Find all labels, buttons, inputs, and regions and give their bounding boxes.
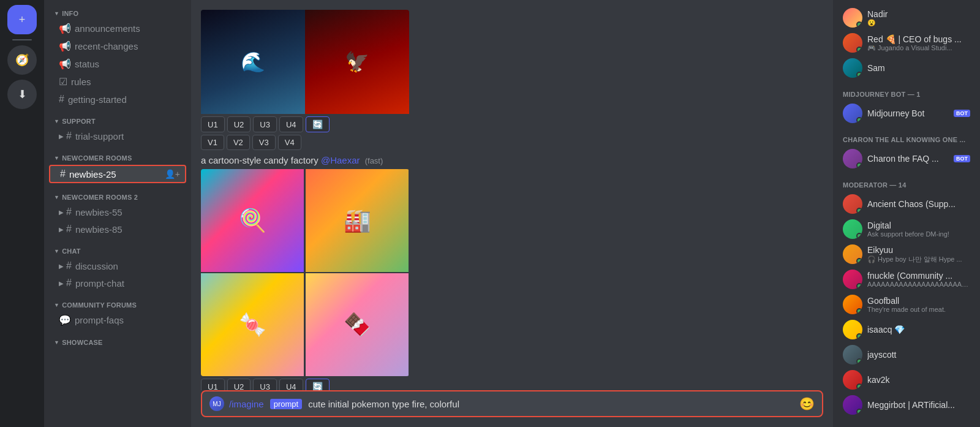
messages-area[interactable]: 🌊 🦅 U1 U2 U3 U4 🔄 V1 V2 V3 V4 a cartoon-… [191, 0, 833, 390]
top-v3-button[interactable]: V3 [252, 135, 276, 150]
top-v-buttons: V1 V2 V3 V4 [201, 135, 823, 150]
bottom-u3-button[interactable]: U3 [253, 379, 277, 390]
top-image-wrapper: 🌊 🦅 [201, 10, 409, 114]
top-v2-button[interactable]: V2 [227, 135, 250, 150]
emoji-button[interactable]: 😊 [799, 396, 815, 411]
top-u1-button[interactable]: U1 [201, 116, 225, 132]
top-u3-button[interactable]: U3 [253, 116, 277, 132]
chevron-icon: ▼ [54, 302, 59, 308]
member-meggirbot[interactable]: Meggirbot | ARTificial... [838, 393, 975, 417]
member-isaacq[interactable]: isaacq 💎 [838, 317, 975, 342]
top-v1-button[interactable]: V1 [201, 135, 224, 150]
online-indicator [856, 409, 862, 415]
section-showcase[interactable]: ▼ SHOWCASE [44, 329, 191, 349]
server-icon-explore[interactable]: 🧭 [7, 45, 37, 75]
section-newcomer-rooms-2[interactable]: ▼ NEWCOMER ROOMS 2 [44, 184, 191, 203]
channel-announcements[interactable]: 📢 announcements [49, 20, 186, 37]
member-name: kav2k [867, 375, 970, 385]
member-midjourney-bot[interactable]: Midjourney Bot BOT [838, 101, 975, 126]
channel-newbies-25[interactable]: # newbies-25 👤+ [49, 165, 186, 183]
main-content: 🌊 🦅 U1 U2 U3 U4 🔄 V1 V2 V3 V4 a cartoon-… [191, 0, 833, 427]
top-u2-button[interactable]: U2 [227, 116, 251, 132]
add-user-icon[interactable]: 👤+ [165, 169, 180, 179]
candy-image-1: 🍭 [201, 169, 304, 272]
member-status: They're made out of meat. [867, 306, 970, 313]
member-status: AAAAAAAAAAAAAAAAAAAAAAA... [867, 281, 970, 288]
member-name: Charon the FAQ ... [867, 154, 949, 164]
bot-badge: BOT [954, 110, 970, 117]
online-indicator [856, 258, 862, 264]
member-info-charon: Charon the FAQ ... [867, 154, 949, 164]
server-icon-download[interactable]: ⬇ [7, 80, 37, 109]
avatar-mj [843, 104, 862, 123]
member-red[interactable]: Red 🍕 | CEO of bugs ... 🎮 Jugando a Visu… [838, 31, 975, 55]
channel-getting-started[interactable]: # getting-started [49, 91, 186, 107]
hash-icon: # [66, 206, 72, 217]
online-indicator [856, 233, 862, 239]
member-name: jayscott [867, 350, 970, 360]
channel-newbies-55[interactable]: ▶ # newbies-55 [49, 204, 186, 220]
online-indicator [856, 308, 862, 314]
hash-icon: # [59, 94, 64, 105]
collapse-arrow-icon: ▶ [59, 133, 64, 140]
member-name: Nadir [867, 9, 970, 19]
avatar-isaacq [843, 320, 862, 339]
bottom-refresh-button[interactable]: 🔄 [306, 379, 330, 390]
avatar-jayscott [843, 345, 862, 365]
channel-prompt-faqs[interactable]: 💬 prompt-faqs [49, 312, 186, 328]
section-info[interactable]: ▼ INFO [44, 0, 191, 20]
member-sam[interactable]: Sam [838, 56, 975, 80]
avatar-charon [843, 149, 862, 168]
online-indicator [856, 21, 862, 28]
channel-status[interactable]: 📢 status [49, 56, 186, 72]
member-digital[interactable]: Digital Ask support before DM-ing! [838, 217, 975, 241]
bottom-u4-button[interactable]: U4 [279, 379, 303, 390]
section-midjourney-bot: MIDJOURNEY BOT — 1 [833, 81, 980, 100]
member-name: Midjourney Bot [867, 108, 949, 118]
bottom-u1-button[interactable]: U1 [201, 379, 225, 390]
member-goofball[interactable]: Goofball They're made out of meat. [838, 292, 975, 317]
server-icon-home[interactable]: + [7, 5, 37, 34]
input-box[interactable]: MJ /imagine prompt cute initial pokemon … [201, 390, 823, 417]
member-fnuckle[interactable]: fnuckle (Community ... AAAAAAAAAAAAAAAAA… [838, 267, 975, 292]
top-v4-button[interactable]: V4 [278, 135, 301, 150]
section-newcomer-rooms[interactable]: ▼ NEWCOMER ROOMS [44, 145, 191, 164]
channel-newbies-85[interactable]: ▶ # newbies-85 [49, 221, 186, 237]
member-eikyuu[interactable]: Eikyuu 🎧 Hype boy 나만 알해 Hype ... [838, 242, 975, 266]
channel-trial-support[interactable]: ▶ # trial-support [49, 128, 186, 144]
top-image-grid-container: 🌊 🦅 U1 U2 U3 U4 🔄 V1 V2 V3 V4 [201, 10, 823, 150]
channel-discussion[interactable]: ▶ # discussion [49, 258, 186, 274]
top-refresh-button[interactable]: 🔄 [306, 116, 330, 132]
member-kav2k[interactable]: kav2k [838, 368, 975, 392]
section-support[interactable]: ▼ SUPPORT [44, 108, 191, 127]
section-charon: CHARON THE ALL KNOWING ONE ... [833, 126, 980, 146]
message-description: a cartoon-style candy factory @Haexar (f… [201, 155, 823, 165]
bottom-u2-button[interactable]: U2 [227, 379, 251, 390]
top-u4-button[interactable]: U4 [279, 116, 303, 132]
megaphone-icon: 📢 [59, 23, 71, 34]
member-jayscott[interactable]: jayscott [838, 342, 975, 367]
refresh-icon: 🔄 [312, 119, 323, 129]
member-nadir[interactable]: Nadir 😮 [838, 6, 975, 30]
chevron-icon: ▼ [54, 10, 59, 17]
collapse-arrow-icon: ▶ [59, 226, 64, 233]
refresh-icon: 🔄 [312, 382, 323, 390]
member-name: Meggirbot | ARTificial... [867, 400, 970, 410]
collapse-arrow-icon: ▶ [59, 263, 64, 270]
input-text[interactable]: cute initial pokemon type fire, colorful [308, 399, 794, 409]
section-chat[interactable]: ▼ CHAT [44, 238, 191, 257]
command-tag: prompt [270, 399, 302, 409]
collapse-arrow-icon: ▶ [59, 280, 64, 287]
chevron-icon: ▼ [54, 155, 59, 161]
member-charon[interactable]: Charon the FAQ ... BOT [838, 146, 975, 171]
avatar-nadir [843, 8, 862, 28]
member-ancient-chaos[interactable]: Ancient Chaos (Supp... [838, 192, 975, 216]
hash-icon: # [60, 168, 66, 179]
channel-recent-changes[interactable]: 📢 recent-changes [49, 38, 186, 55]
member-name: Digital [867, 221, 970, 230]
section-community-forums[interactable]: ▼ COMMUNITY FORUMS [44, 292, 191, 311]
channel-prompt-chat[interactable]: ▶ # prompt-chat [49, 275, 186, 291]
channel-rules[interactable]: ☑ rules [49, 74, 186, 90]
avatar-digital [843, 219, 862, 239]
section-moderator: MODERATOR — 14 [833, 172, 980, 191]
